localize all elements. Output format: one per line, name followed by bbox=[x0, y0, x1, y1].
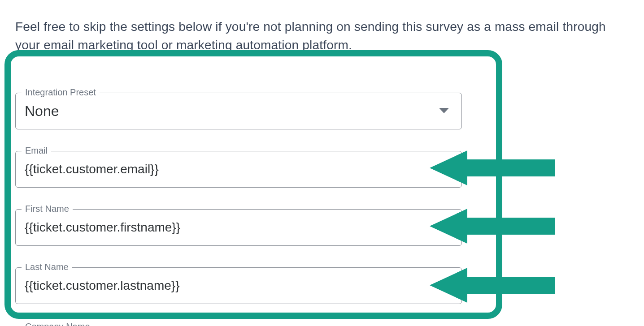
field-integration-preset: Integration Preset None bbox=[15, 93, 462, 129]
page: Feel free to skip the settings below if … bbox=[0, 0, 644, 326]
integration-preset-value: None bbox=[25, 103, 59, 120]
label-first-name: First Name bbox=[22, 204, 73, 214]
label-email: Email bbox=[22, 146, 51, 156]
first-name-input[interactable]: {{ticket.customer.firstname}} bbox=[15, 209, 462, 246]
arrow-first-name-icon bbox=[430, 209, 555, 244]
intro-text: Feel free to skip the settings below if … bbox=[15, 18, 629, 54]
integration-preset-select[interactable]: None bbox=[15, 93, 462, 129]
first-name-value: {{ticket.customer.firstname}} bbox=[25, 220, 180, 235]
field-email: Email {{ticket.customer.email}} bbox=[15, 151, 462, 188]
label-last-name: Last Name bbox=[22, 262, 72, 272]
email-input[interactable]: {{ticket.customer.email}} bbox=[15, 151, 462, 188]
label-integration-preset: Integration Preset bbox=[22, 87, 100, 98]
last-name-input[interactable]: {{ticket.customer.lastname}} bbox=[15, 267, 462, 304]
svg-marker-2 bbox=[430, 209, 555, 244]
email-value: {{ticket.customer.email}} bbox=[25, 162, 159, 176]
arrow-email-icon bbox=[430, 150, 555, 185]
svg-marker-3 bbox=[430, 268, 555, 303]
arrow-last-name-icon bbox=[430, 268, 555, 303]
field-last-name: Last Name {{ticket.customer.lastname}} bbox=[15, 267, 462, 304]
svg-marker-0 bbox=[439, 108, 449, 113]
field-first-name: First Name {{ticket.customer.firstname}} bbox=[15, 209, 462, 246]
svg-marker-1 bbox=[430, 150, 555, 185]
dropdown-caret-icon bbox=[439, 108, 449, 114]
last-name-value: {{ticket.customer.lastname}} bbox=[25, 279, 180, 293]
label-company-name-partial: Company Name bbox=[22, 322, 94, 326]
